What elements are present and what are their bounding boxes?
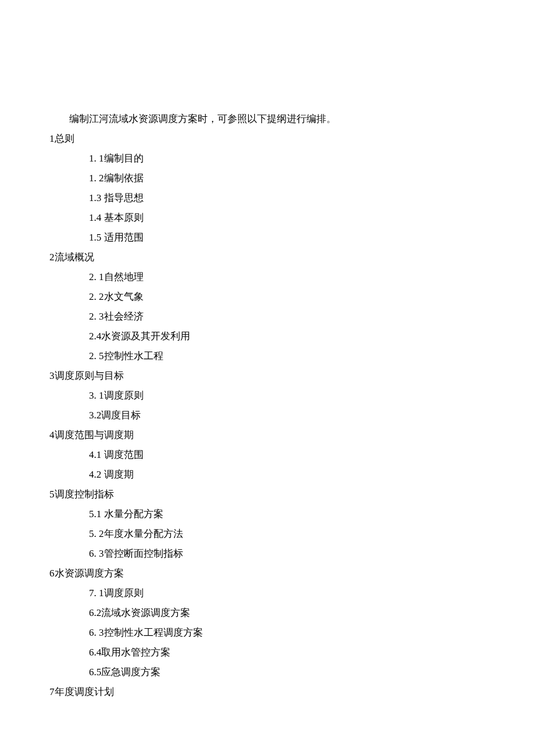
section-item: 4.1 调度范围 (49, 445, 486, 465)
section-item: 1.4 基本原则 (49, 208, 486, 228)
section-heading: 5调度控制指标 (49, 485, 486, 504)
section-item: 3.2调度目标 (49, 406, 486, 425)
section-item: 2.4水资源及其开发利用 (49, 327, 486, 346)
section-item: 2. 5控制性水工程 (49, 346, 486, 366)
section-item: 1. 1编制目的 (49, 149, 486, 169)
section-item: 1. 2编制依据 (49, 169, 486, 188)
section-item: 2. 2水文气象 (49, 287, 486, 307)
section-heading: 3调度原则与目标 (49, 366, 486, 386)
intro-paragraph: 编制江河流域水资源调度方案时，可参照以下提纲进行编排。 (49, 109, 486, 129)
section-item: 1.5 适用范围 (49, 228, 486, 248)
section-item: 2. 1自然地理 (49, 267, 486, 287)
document-page: 编制江河流域水资源调度方案时，可参照以下提纲进行编排。 1总则1. 1编制目的1… (0, 0, 535, 756)
section-item: 6.4取用水管控方案 (49, 643, 486, 662)
section-heading: 6水资源调度方案 (49, 564, 486, 583)
section-item: 3. 1调度原则 (49, 386, 486, 406)
section-heading: 4调度范围与调度期 (49, 425, 486, 445)
section-item: 6. 3管控断面控制指标 (49, 544, 486, 564)
section-heading: 2流域概况 (49, 248, 486, 267)
section-item: 5.1 水量分配方案 (49, 504, 486, 524)
section-item: 1.3 指导思想 (49, 188, 486, 208)
section-item: 6.5应急调度方案 (49, 662, 486, 682)
section-item: 4.2 调度期 (49, 465, 486, 485)
section-heading: 1总则 (49, 129, 486, 149)
section-heading: 7年度调度计划 (49, 682, 486, 702)
outline-container: 1总则1. 1编制目的1. 2编制依据1.3 指导思想1.4 基本原则1.5 适… (49, 129, 486, 702)
section-item: 5. 2年度水量分配方法 (49, 524, 486, 544)
section-item: 2. 3社会经济 (49, 307, 486, 327)
section-item: 6.2流域水资源调度方案 (49, 603, 486, 623)
section-item: 6. 3控制性水工程调度方案 (49, 623, 486, 643)
section-item: 7. 1调度原则 (49, 583, 486, 603)
